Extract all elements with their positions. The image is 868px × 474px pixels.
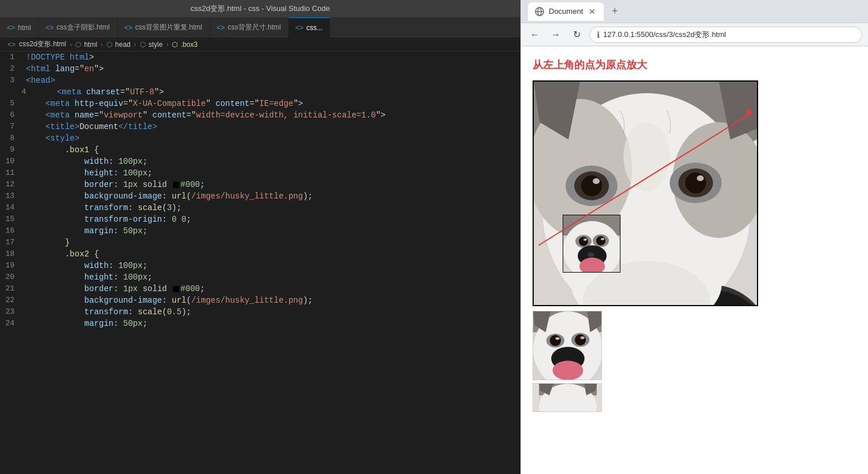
browser-tab-close[interactable]: ✕: [588, 7, 597, 16]
breadcrumb-file[interactable]: css2d变形.html: [19, 39, 66, 49]
code-editor-area[interactable]: 1 !DOCTYPE html> 2 <html lang="en"> 3 <h…: [0, 52, 520, 474]
code-content-9: .box1 {: [23, 144, 520, 156]
tab-icon-css2d: <>: [296, 24, 304, 32]
line-num-2: 2: [0, 63, 23, 75]
line-num-3: 3: [0, 75, 23, 86]
demo-area: [533, 80, 856, 412]
code-line-9: 9 .box1 {: [0, 144, 520, 156]
svg-point-23: [697, 175, 704, 181]
code-line-8: 8 <style>: [0, 133, 520, 144]
code-content-3: <head>: [23, 75, 520, 86]
svg-point-34: [583, 238, 587, 241]
line-num-5: 5: [0, 98, 23, 109]
code-line-14: 14 transform: scale(3);: [0, 202, 520, 214]
code-line-7: 7 <title>Document</title>: [0, 121, 520, 133]
globe-icon: [535, 7, 544, 16]
small-original-box: [563, 215, 620, 273]
breadcrumb-style[interactable]: style: [149, 41, 163, 49]
breadcrumb-sep4: ›: [166, 41, 168, 49]
code-content-8: <style>: [23, 133, 520, 144]
browser-tab-document[interactable]: Document ✕: [528, 2, 604, 21]
browser-addressbar: ← → ↻ ℹ 127.0.0.1:5500/css/3/css2d变形.htm…: [521, 23, 868, 46]
vscode-titlebar: css2d变形.html - css - Visual Studio Code: [0, 0, 520, 17]
code-content-13: background-image: url(/imges/husky_littl…: [23, 190, 520, 202]
code-content-1: !DOCTYPE html>: [23, 52, 520, 63]
breadcrumb-sep2: ›: [101, 41, 103, 49]
vscode-editor: css2d变形.html - css - Visual Studio Code …: [0, 0, 520, 474]
tab-label-bg-repeat: css背景图片重复.html: [135, 23, 202, 32]
code-line-4: 4 <meta charset="UTF-8">: [0, 86, 520, 98]
address-bar[interactable]: ℹ 127.0.0.1:5500/css/3/css2d变形.html: [589, 27, 862, 43]
code-content-23: transform: scale(0.5);: [23, 306, 520, 318]
code-line-15: 15 transform-origin: 0 0;: [0, 214, 520, 225]
line-num-14: 14: [0, 202, 23, 214]
tab-label-bg-size: css背景尺寸.html: [228, 23, 281, 32]
code-content-6: <meta name="viewport" content="width=dev…: [23, 109, 520, 121]
line-num-9: 9: [0, 144, 23, 156]
breadcrumb-html[interactable]: html: [84, 41, 97, 49]
svg-point-36: [596, 236, 605, 245]
code-line-2: 2 <html lang="en">: [0, 63, 520, 75]
breadcrumb-head[interactable]: head: [115, 41, 131, 49]
titlebar-text: css2d变形.html - css - Visual Studio Code: [190, 3, 330, 14]
forward-button[interactable]: →: [548, 27, 564, 43]
line-num-16: 16: [0, 225, 23, 237]
back-button[interactable]: ←: [527, 27, 543, 43]
code-line-18: 18 .box2 {: [0, 248, 520, 260]
code-content-12: border: 1px solid #000;: [23, 179, 520, 190]
tab-label-css2d: css...: [306, 24, 323, 32]
tab-css2d[interactable]: <> css...: [289, 17, 330, 38]
line-num-7: 7: [0, 121, 23, 133]
svg-point-50: [575, 335, 586, 346]
line-num-8: 8: [0, 133, 23, 144]
breadcrumb-sep3: ›: [134, 41, 136, 49]
line-num-20: 20: [0, 271, 23, 283]
new-tab-button[interactable]: +: [607, 3, 623, 20]
url-text: 127.0.0.1:5500/css/3/css2d变形.html: [603, 30, 726, 40]
tab-bg-repeat[interactable]: <> css背景图片重复.html: [117, 17, 210, 38]
line-num-6: 6: [0, 109, 23, 121]
browser-tab-title: Document: [549, 7, 583, 16]
code-line-11: 11 height: 100px;: [0, 167, 520, 179]
browser-tab-bar: Document ✕ +: [528, 2, 861, 21]
browser-titlebar: Document ✕ +: [521, 0, 868, 23]
code-line-22: 22 background-image: url(/imges/husky_li…: [0, 295, 520, 306]
line-num-21: 21: [0, 283, 23, 295]
code-line-1: 1 !DOCTYPE html>: [0, 52, 520, 63]
code-line-5: 5 <meta http-equiv="X-UA-Compatible" con…: [0, 98, 520, 109]
svg-point-51: [581, 336, 585, 339]
svg-point-39: [588, 252, 594, 257]
breadcrumb-head-icon: ⬡: [106, 41, 112, 49]
svg-point-47: [550, 335, 561, 346]
breadcrumb-box3-icon: ⬡: [172, 41, 178, 49]
code-content-21: border: 1px solid #000;: [23, 283, 520, 295]
reload-button[interactable]: ↻: [568, 27, 585, 43]
tab-bg-size[interactable]: <> css背景尺寸.html: [210, 17, 289, 38]
tab-box-shadow[interactable]: <> css盒子阴影.html: [39, 17, 117, 38]
husky-large-box: [533, 80, 758, 306]
svg-point-53: [553, 361, 583, 380]
code-content-14: transform: scale(3);: [23, 202, 520, 214]
code-content-17: }: [23, 237, 520, 248]
code-content-15: transform-origin: 0 0;: [23, 214, 520, 225]
small-box-svg3: [533, 384, 602, 412]
husky-medium-box1: [533, 311, 602, 380]
code-content-19: width: 100px;: [23, 260, 520, 271]
code-content-16: margin: 50px;: [23, 225, 520, 237]
tab-icon-box-shadow: <>: [46, 24, 54, 32]
svg-point-37: [601, 238, 604, 240]
medium-box-svg1: [533, 311, 602, 380]
tab-label-box-shadow: css盒子阴影.html: [57, 23, 110, 32]
code-line-16: 16 margin: 50px;: [0, 225, 520, 237]
breadcrumb-box3[interactable]: .box3: [180, 41, 197, 49]
tab-icon-bg-size: <>: [217, 24, 225, 32]
line-num-22: 22: [0, 295, 23, 306]
code-line-19: 19 width: 100px;: [0, 260, 520, 271]
line-num-12: 12: [0, 179, 23, 190]
code-content-18: .box2 {: [23, 248, 520, 260]
svg-point-22: [685, 172, 706, 193]
code-line-23: 23 transform: scale(0.5);: [0, 306, 520, 318]
code-line-17: 17 }: [0, 237, 520, 248]
code-content-4: <meta charset="UTF-8">: [35, 86, 520, 98]
tab-html[interactable]: <> html: [0, 17, 39, 38]
